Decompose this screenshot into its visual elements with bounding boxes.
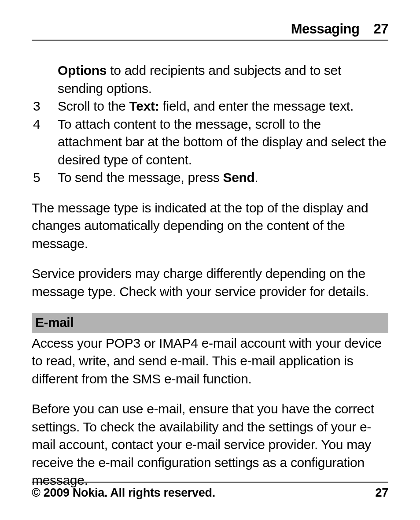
step-text: To send the message, press Send.: [58, 169, 388, 187]
step-number: 3: [33, 97, 58, 115]
step-text: Scroll to the Text: field, and enter the…: [58, 97, 388, 115]
step3-bold: Text:: [129, 99, 159, 113]
step5-suffix: .: [255, 170, 258, 185]
step-number: 4: [33, 115, 58, 169]
step-3: 3 Scroll to the Text: field, and enter t…: [32, 97, 388, 115]
step-text: To attach content to the message, scroll…: [58, 115, 388, 169]
header-page-number: 27: [374, 21, 388, 37]
page-content: Options to add recipients and subjects a…: [32, 62, 388, 490]
options-bold: Options: [58, 63, 107, 78]
paragraph-service-providers: Service providers may charge differently…: [32, 265, 388, 301]
page-footer: © 2009 Nokia. All rights reserved. 27: [32, 482, 388, 500]
section-heading-email: E-mail: [32, 313, 388, 333]
step-number: 5: [33, 169, 58, 187]
footer-page-number: 27: [376, 486, 388, 500]
paragraph-message-type: The message type is indicated at the top…: [32, 199, 388, 253]
footer-copyright: © 2009 Nokia. All rights reserved.: [32, 486, 215, 500]
page-header: Messaging 27: [32, 21, 388, 41]
email-paragraph-1: Access your POP3 or IMAP4 e-mail account…: [32, 334, 388, 388]
step5-bold: Send: [223, 170, 254, 185]
step5-prefix: To send the message, press: [58, 170, 223, 185]
step3-suffix: field, and enter the message text.: [159, 99, 354, 113]
continued-paragraph: Options to add recipients and subjects a…: [32, 62, 388, 97]
step-5: 5 To send the message, press Send.: [32, 169, 388, 187]
email-paragraph-2: Before you can use e-mail, ensure that y…: [32, 400, 388, 490]
step3-prefix: Scroll to the: [58, 99, 129, 113]
header-title: Messaging: [291, 21, 360, 37]
step-4: 4 To attach content to the message, scro…: [32, 115, 388, 169]
